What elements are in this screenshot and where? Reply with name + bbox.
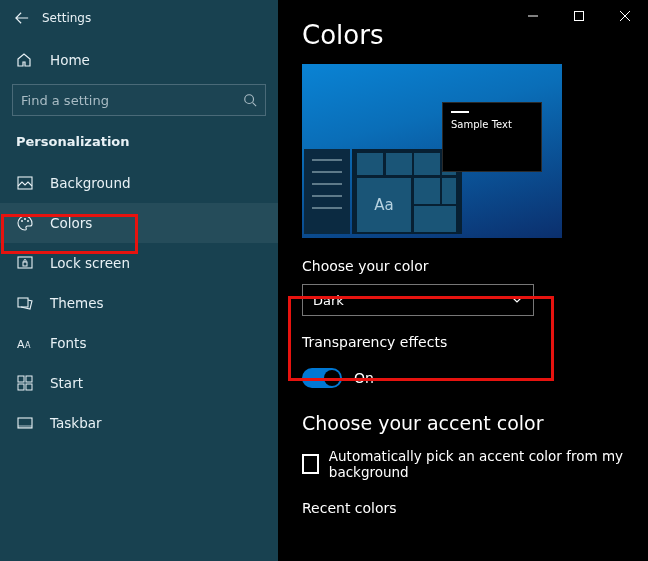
sidebar: Settings Home Personalization Background… xyxy=(0,0,278,561)
choose-color-label: Choose your color xyxy=(302,258,632,274)
window-title: Settings xyxy=(42,11,91,25)
fonts-icon: AA xyxy=(16,336,34,350)
nav-item-colors[interactable]: Colors xyxy=(0,203,278,243)
start-icon xyxy=(16,375,34,391)
close-icon xyxy=(620,11,630,21)
titlebar-left: Settings xyxy=(0,0,278,36)
nav-home[interactable]: Home xyxy=(0,40,278,80)
svg-rect-13 xyxy=(26,384,32,390)
svg-rect-16 xyxy=(575,12,584,21)
content-pane: Colors Aa Sample Text Choose your color … xyxy=(278,0,648,561)
nav-item-lock-screen[interactable]: Lock screen xyxy=(0,243,278,283)
maximize-icon xyxy=(574,11,584,21)
accent-heading: Choose your accent color xyxy=(302,412,632,434)
svg-point-2 xyxy=(21,220,23,222)
section-label: Personalization xyxy=(0,116,278,163)
svg-point-0 xyxy=(245,95,254,104)
svg-rect-11 xyxy=(26,376,32,382)
home-icon xyxy=(16,52,34,68)
svg-point-3 xyxy=(24,218,26,220)
minimize-button[interactable] xyxy=(510,0,556,32)
nav-item-label: Fonts xyxy=(50,335,86,351)
choose-color-dropdown[interactable]: Dark xyxy=(302,284,534,316)
nav-item-label: Themes xyxy=(50,295,104,311)
svg-rect-12 xyxy=(18,384,24,390)
nav-home-label: Home xyxy=(50,52,90,68)
close-button[interactable] xyxy=(602,0,648,32)
preview-start-area: Aa xyxy=(302,148,462,238)
nav-list: Background Colors Lock screen Themes AA … xyxy=(0,163,278,443)
nav-item-label: Colors xyxy=(50,215,92,231)
picture-icon xyxy=(16,175,34,191)
svg-rect-6 xyxy=(23,262,27,266)
nav-item-taskbar[interactable]: Taskbar xyxy=(0,403,278,443)
chevron-down-icon xyxy=(511,294,523,306)
nav: Home Personalization Background Colors L… xyxy=(0,36,278,443)
search-icon xyxy=(243,93,257,107)
transparency-row: On xyxy=(302,368,632,388)
recent-colors-label: Recent colors xyxy=(302,500,632,516)
themes-icon xyxy=(16,295,34,311)
nav-item-themes[interactable]: Themes xyxy=(0,283,278,323)
svg-text:A: A xyxy=(25,341,31,350)
color-preview: Aa Sample Text xyxy=(302,64,562,238)
transparency-label: Transparency effects xyxy=(302,334,632,350)
auto-accent-label: Automatically pick an accent color from … xyxy=(329,448,632,480)
svg-rect-10 xyxy=(18,376,24,382)
maximize-button[interactable] xyxy=(556,0,602,32)
search-box[interactable] xyxy=(12,84,266,116)
nav-item-label: Start xyxy=(50,375,83,391)
minimize-icon xyxy=(528,11,538,21)
lock-screen-icon xyxy=(16,255,34,271)
preview-sample-text: Sample Text xyxy=(451,119,533,130)
back-button[interactable] xyxy=(8,4,36,32)
window-controls xyxy=(510,0,648,32)
svg-rect-15 xyxy=(18,425,32,428)
arrow-left-icon xyxy=(15,11,29,25)
svg-text:A: A xyxy=(17,338,25,350)
search-input[interactable] xyxy=(21,93,243,108)
svg-rect-7 xyxy=(18,298,28,307)
nav-item-background[interactable]: Background xyxy=(0,163,278,203)
transparency-state: On xyxy=(354,370,374,386)
choose-color-value: Dark xyxy=(313,293,344,308)
auto-accent-checkbox[interactable] xyxy=(302,454,319,474)
nav-item-label: Background xyxy=(50,175,131,191)
preview-sample-window: Sample Text xyxy=(442,102,542,172)
preview-aa-tile: Aa xyxy=(357,178,411,232)
palette-icon xyxy=(16,215,34,231)
svg-point-4 xyxy=(27,220,29,222)
content-inner: Colors Aa Sample Text Choose your color … xyxy=(278,0,648,561)
svg-rect-1 xyxy=(18,177,32,189)
nav-item-start[interactable]: Start xyxy=(0,363,278,403)
nav-item-label: Lock screen xyxy=(50,255,130,271)
taskbar-icon xyxy=(16,415,34,431)
nav-item-fonts[interactable]: AA Fonts xyxy=(0,323,278,363)
transparency-toggle[interactable] xyxy=(302,368,342,388)
auto-accent-row: Automatically pick an accent color from … xyxy=(302,448,632,480)
nav-item-label: Taskbar xyxy=(50,415,102,431)
